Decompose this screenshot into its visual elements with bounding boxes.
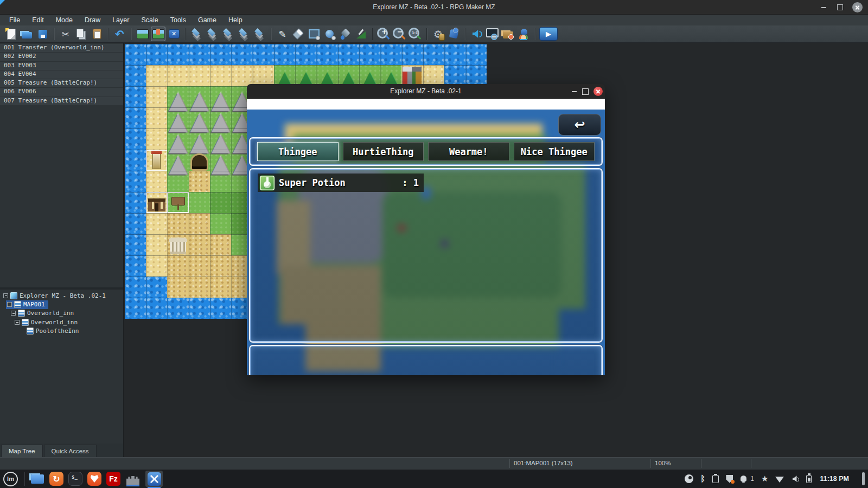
map-tile[interactable] [252, 65, 273, 86]
map-tile[interactable]: ▲ [189, 86, 210, 107]
maximize-button[interactable] [836, 4, 844, 11]
layer-3-icon[interactable] [221, 27, 235, 41]
map-tile[interactable] [295, 44, 316, 65]
map-tile[interactable] [146, 234, 167, 255]
steam-tray-icon[interactable] [685, 474, 693, 483]
map-tile[interactable] [125, 277, 146, 298]
map-tile[interactable] [125, 150, 146, 171]
map-tree-node[interactable]: PooloftheInn [17, 327, 82, 336]
region-mode-icon[interactable]: ✕ [167, 27, 181, 41]
game-close-button[interactable] [593, 87, 603, 96]
brave-taskbar-icon[interactable] [87, 472, 101, 486]
map-tree-row[interactable]: Explorer MZ - Beta .02-1 [0, 291, 123, 300]
plugin-manager-icon[interactable] [446, 27, 461, 41]
menu-game[interactable]: Game [192, 15, 222, 25]
map-tile[interactable] [189, 255, 210, 277]
map-tile[interactable] [231, 65, 252, 86]
map-tile[interactable] [167, 298, 188, 319]
tree-expander-icon[interactable] [15, 320, 20, 325]
shield-tray-icon[interactable] [726, 475, 733, 483]
map-tree-node[interactable]: Overworld_inn [10, 309, 77, 318]
map-tile[interactable] [125, 86, 146, 107]
tree-expander-icon[interactable] [3, 293, 8, 298]
map-tile[interactable] [189, 213, 210, 234]
map-tile[interactable] [423, 65, 444, 86]
menu-edit[interactable]: Edit [26, 15, 50, 25]
paste-icon[interactable] [90, 27, 104, 41]
map-tile[interactable] [146, 44, 167, 65]
map-tile[interactable] [125, 129, 146, 150]
event-list-item[interactable]: 001 Transfer (Overworld_inn) [0, 44, 123, 52]
layer-2-icon[interactable] [205, 27, 220, 41]
map-tile[interactable]: ▲ [210, 86, 231, 107]
editor-active-taskbar-icon[interactable] [145, 471, 163, 487]
map-tile[interactable] [167, 44, 188, 65]
map-mode-icon[interactable] [135, 27, 150, 41]
map-tile[interactable]: ▲ [189, 107, 210, 129]
map-tile[interactable] [465, 65, 487, 86]
map-tree-node[interactable]: MAP001 [6, 300, 48, 309]
layer-5-icon[interactable] [252, 27, 267, 41]
map-tree-row[interactable]: PooloftheInn [0, 327, 123, 336]
map-tile[interactable] [167, 65, 188, 86]
game-maximize-button[interactable] [582, 84, 589, 99]
map-tile[interactable] [189, 192, 210, 213]
menu-scale[interactable]: Scale [135, 15, 164, 25]
map-tree-node[interactable]: Explorer MZ - Beta .02-1 [2, 291, 109, 300]
database-icon[interactable]: ⚙ [431, 27, 445, 41]
panel-tab-quick-access[interactable]: Quick Access [44, 445, 97, 457]
map-tile[interactable] [210, 255, 231, 277]
map-tile[interactable] [125, 171, 146, 192]
star-tray-icon[interactable]: ★ [761, 474, 768, 484]
map-tile[interactable] [125, 298, 146, 319]
map-tile[interactable] [146, 192, 167, 213]
zoom-in-icon[interactable]: + [376, 27, 391, 41]
close-button[interactable] [852, 2, 863, 12]
map-tile[interactable] [444, 65, 465, 86]
menu-tools[interactable]: Tools [164, 15, 192, 25]
filezilla-taskbar-icon[interactable]: Fz [106, 472, 120, 486]
layer-4-icon[interactable] [237, 27, 251, 41]
map-tile[interactable] [210, 213, 231, 234]
show-desktop-button[interactable] [862, 472, 865, 485]
zoom-actual-icon[interactable]: 1:1 [408, 27, 423, 41]
map-tile[interactable] [146, 150, 167, 171]
terminal-taskbar-icon[interactable]: $_ [68, 472, 82, 486]
menu-help[interactable]: Help [222, 15, 248, 25]
map-tile[interactable] [210, 65, 231, 86]
menu-draw[interactable]: Draw [79, 15, 106, 25]
map-tile[interactable]: ▲ [295, 65, 316, 86]
character-generator-icon[interactable] [516, 27, 531, 41]
sound-test-icon[interactable] [469, 27, 484, 41]
menu-file[interactable]: File [3, 15, 26, 25]
flood-fill-tool-icon[interactable] [338, 27, 353, 41]
map-tile[interactable]: ▲ [359, 65, 380, 86]
timeshift-taskbar-icon[interactable]: ↻ [49, 472, 63, 486]
event-searcher-icon[interactable] [485, 27, 500, 41]
map-tile[interactable]: ▲ [380, 65, 401, 86]
save-project-icon[interactable] [35, 27, 50, 41]
notifications-tray-icon[interactable] [740, 475, 747, 483]
map-tile[interactable] [125, 213, 146, 234]
panel-tab-map-tree[interactable]: Map Tree [1, 445, 43, 457]
map-tile[interactable] [125, 192, 146, 213]
map-tree-row[interactable]: MAP001 [0, 300, 123, 309]
game-tab-hurtiething[interactable]: HurtieThing [343, 142, 424, 161]
map-tile[interactable] [146, 107, 167, 129]
map-tile[interactable] [189, 277, 210, 298]
map-tile[interactable] [380, 44, 401, 65]
map-tile[interactable] [210, 277, 231, 298]
map-tile[interactable] [125, 65, 146, 86]
map-tile[interactable] [146, 171, 167, 192]
pencil-tool-icon[interactable]: ✎ [275, 27, 290, 41]
clipboard-tray-icon[interactable] [712, 475, 719, 483]
map-tile[interactable] [146, 213, 167, 234]
map-tile[interactable] [337, 44, 359, 65]
undo-icon[interactable]: ↶ [112, 27, 127, 41]
map-tree-node[interactable]: Overworld_inn [14, 318, 81, 326]
map-tile[interactable] [401, 44, 423, 65]
map-tile[interactable] [167, 192, 188, 213]
item-slot[interactable]: Super Potion : 1 [258, 174, 424, 192]
game-tab-nice-thingee[interactable]: Nice Thingee [514, 142, 595, 161]
mint-menu-button[interactable]: lm [3, 472, 18, 486]
